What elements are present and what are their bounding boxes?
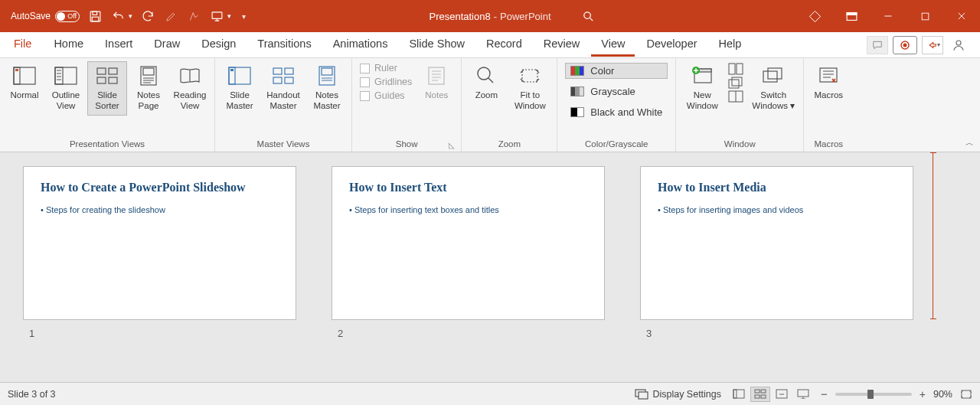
- slide-sorter-button[interactable]: Slide Sorter: [87, 61, 127, 116]
- gridlines-checkbox[interactable]: Gridlines: [360, 77, 412, 87]
- color-button[interactable]: Color: [565, 63, 668, 79]
- tab-help[interactable]: Help: [709, 33, 752, 57]
- svg-point-4: [584, 11, 591, 18]
- reading-view-button[interactable]: Reading View: [170, 61, 210, 116]
- svg-rect-37: [729, 64, 735, 74]
- slide-thumbnail[interactable]: How to Create a PowerPoint Slideshow Ste…: [23, 166, 296, 320]
- title-bar: AutoSave Off ▾ ▾ ▾ Presentation8 - Power…: [0, 0, 980, 32]
- slide-sorter-pane[interactable]: How to Create a PowerPoint Slideshow Ste…: [0, 152, 980, 382]
- tab-review[interactable]: Review: [534, 33, 590, 57]
- zoom-in-button[interactable]: +: [920, 388, 926, 400]
- arrange-all-button[interactable]: [728, 63, 743, 75]
- undo-dropdown-icon[interactable]: ▾: [129, 12, 132, 20]
- reading-view-icon[interactable]: [772, 387, 792, 402]
- outline-view-button[interactable]: Outline View: [46, 61, 86, 116]
- group-label: Window: [681, 137, 799, 152]
- account-icon[interactable]: [948, 36, 969, 54]
- undo-icon[interactable]: [110, 8, 126, 24]
- minimize-button[interactable]: [870, 0, 906, 32]
- bw-button[interactable]: Black and White: [565, 104, 668, 120]
- slide-number: 2: [332, 328, 605, 339]
- slide-2[interactable]: How to Insert Text Steps for inserting t…: [332, 166, 605, 382]
- move-split-button[interactable]: [728, 90, 743, 103]
- slide-master-button[interactable]: Slide Master: [220, 61, 260, 116]
- autosave-label: AutoSave: [11, 11, 51, 21]
- tab-record[interactable]: Record: [476, 33, 532, 57]
- fit-to-window-button[interactable]: Fit to Window: [508, 61, 552, 116]
- ribbon-tabs: File Home Insert Draw Design Transitions…: [0, 32, 980, 58]
- sorter-view-icon[interactable]: [750, 387, 770, 402]
- camera-button[interactable]: [893, 36, 917, 54]
- tab-developer[interactable]: Developer: [636, 33, 707, 57]
- zoom-out-button[interactable]: −: [821, 387, 828, 400]
- svg-rect-33: [522, 70, 537, 82]
- group-label: Show◺: [357, 137, 456, 152]
- svg-point-32: [478, 67, 490, 80]
- grayscale-button[interactable]: Grayscale: [565, 83, 668, 100]
- autosave-toggle[interactable]: Off: [55, 11, 80, 22]
- zoom-button[interactable]: Zoom: [466, 61, 506, 104]
- tab-design[interactable]: Design: [191, 33, 246, 57]
- search-icon[interactable]: [582, 10, 595, 23]
- slide-3[interactable]: How to Insert Media Steps for inserting …: [640, 166, 913, 382]
- zoom-slider[interactable]: [835, 393, 912, 396]
- qat-overflow-icon[interactable]: ▾: [239, 12, 249, 21]
- redo-icon[interactable]: [140, 8, 155, 24]
- maximize-button[interactable]: [906, 0, 943, 32]
- slide-thumbnail[interactable]: How to Insert Text Steps for inserting t…: [332, 166, 605, 320]
- svg-rect-38: [737, 64, 743, 74]
- tab-slideshow[interactable]: Slide Show: [399, 33, 475, 57]
- slide-thumbnail[interactable]: How to Insert Media Steps for inserting …: [640, 166, 913, 320]
- cascade-button[interactable]: [728, 77, 743, 89]
- tab-file[interactable]: File: [3, 33, 42, 57]
- svg-rect-14: [55, 67, 77, 84]
- notes-page-button[interactable]: Notes Page: [129, 61, 168, 116]
- tab-insert[interactable]: Insert: [95, 33, 142, 57]
- slide-title: How to Insert Media: [658, 181, 896, 194]
- start-from-beginning-icon[interactable]: [209, 8, 224, 24]
- guides-checkbox[interactable]: Guides: [360, 90, 412, 101]
- switch-windows-button[interactable]: Switch Windows ▾: [748, 61, 799, 116]
- new-window-button[interactable]: New Window: [681, 61, 724, 116]
- normal-view-button[interactable]: Normal: [5, 61, 44, 104]
- autosave-control[interactable]: AutoSave Off: [11, 11, 80, 22]
- svg-rect-55: [962, 390, 971, 398]
- tab-animations[interactable]: Animations: [323, 33, 398, 57]
- fit-to-window-icon[interactable]: [960, 389, 972, 400]
- handout-master-button[interactable]: Handout Master: [261, 61, 305, 116]
- present-dropdown-icon[interactable]: ▾: [227, 12, 231, 20]
- svg-rect-2: [92, 17, 99, 21]
- zoom-percent[interactable]: 90%: [933, 389, 952, 400]
- macros-button[interactable]: Macros: [808, 61, 848, 104]
- share-button[interactable]: ▾: [922, 36, 943, 54]
- notes-button[interactable]: Notes: [416, 61, 456, 104]
- qat-icon-1[interactable]: [163, 8, 178, 24]
- slide-bullet: Steps for inserting images and videos: [658, 205, 896, 214]
- comments-button[interactable]: [867, 36, 888, 54]
- group-master-views: Slide Master Handout Master Notes Master…: [215, 58, 352, 152]
- svg-rect-15: [55, 67, 63, 84]
- save-icon[interactable]: [87, 8, 103, 24]
- tab-draw[interactable]: Draw: [144, 33, 190, 57]
- insertion-cursor: [933, 152, 934, 319]
- tab-transitions[interactable]: Transitions: [247, 33, 321, 57]
- tab-home[interactable]: Home: [44, 33, 93, 57]
- tab-view[interactable]: View: [591, 33, 635, 57]
- dialog-launcher-icon[interactable]: ◺: [449, 141, 455, 149]
- slide-1[interactable]: How to Create a PowerPoint Slideshow Ste…: [23, 166, 296, 382]
- slideshow-view-icon[interactable]: [793, 387, 813, 402]
- group-label: Master Views: [220, 137, 347, 152]
- display-settings-button[interactable]: Display Settings: [635, 389, 721, 400]
- svg-rect-42: [763, 71, 777, 82]
- qat-icon-2[interactable]: [186, 8, 201, 24]
- ruler-checkbox[interactable]: Ruler: [360, 63, 412, 73]
- diamond-icon[interactable]: [796, 0, 833, 32]
- window-title: Presentation8 - PowerPoint: [429, 11, 550, 22]
- ribbon-display-icon[interactable]: [833, 0, 870, 32]
- slide-title: How to Insert Text: [349, 181, 587, 194]
- svg-rect-21: [143, 68, 154, 75]
- close-button[interactable]: [943, 0, 980, 32]
- collapse-ribbon-icon[interactable]: ︿: [965, 137, 974, 149]
- notes-master-button[interactable]: Notes Master: [307, 61, 347, 116]
- normal-view-icon[interactable]: [729, 387, 749, 402]
